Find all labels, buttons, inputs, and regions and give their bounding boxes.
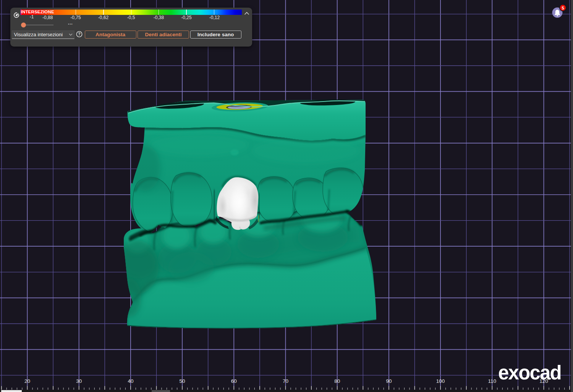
svg-text:50: 50 <box>180 378 185 384</box>
svg-text:exocad: exocad <box>498 362 561 384</box>
svg-text:80: 80 <box>334 378 340 384</box>
svg-text:?: ? <box>78 32 80 36</box>
svg-text:30: 30 <box>76 378 82 384</box>
svg-text:90: 90 <box>386 378 392 384</box>
svg-text:5: 5 <box>562 6 564 10</box>
svg-text:20: 20 <box>24 378 30 384</box>
svg-text:100: 100 <box>436 378 445 384</box>
svg-text:110: 110 <box>488 378 497 384</box>
svg-text:40: 40 <box>128 378 133 384</box>
svg-text:70: 70 <box>283 378 288 384</box>
svg-text:60: 60 <box>231 378 237 384</box>
